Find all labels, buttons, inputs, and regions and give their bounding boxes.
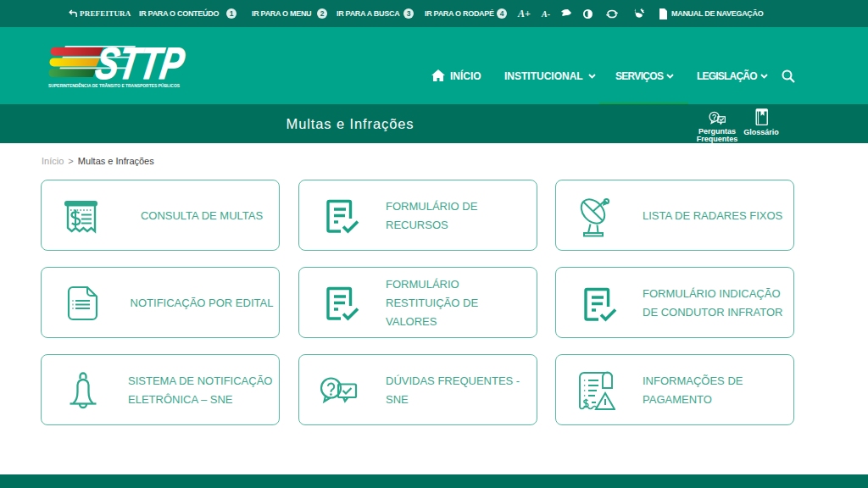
svg-text:SUPERINTENDÊNCIA DE TRÂNSITO E: SUPERINTENDÊNCIA DE TRÂNSITO E TRANSPORT… bbox=[48, 82, 181, 88]
svg-text:STTP: STTP bbox=[92, 41, 186, 88]
